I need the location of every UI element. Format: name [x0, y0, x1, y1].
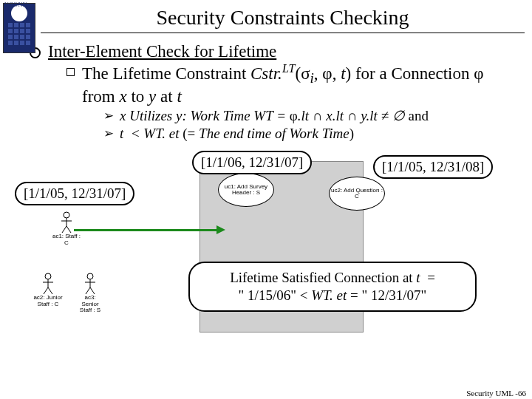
lifetime-pill-mid: [1/1/06, 12/31/07]: [192, 151, 312, 174]
svg-line-4: [66, 226, 71, 233]
slide-title: Security Constraints Checking: [41, 0, 525, 33]
sub-point-2a: x Utilizes y: Work Time WT = φ.lt ∩ x.lt…: [120, 107, 429, 125]
sub-point-1: The Lifetime Constraint Cstr.LT(σi, φ, t…: [82, 61, 510, 107]
lifetime-pill-right: [1/1/05, 12/31/08]: [373, 155, 493, 179]
actor-ac2: ac2: Junior Staff : C: [33, 273, 63, 307]
svg-line-13: [86, 287, 90, 294]
content-area: Inter-Element Check for Lifetime The Lif…: [0, 33, 532, 350]
diagram: [1/1/05, 12/31/07] [1/1/06, 12/31/07] [1…: [30, 151, 510, 350]
sub-point-2b: t < WT. et (= The end time of Work Time): [120, 125, 354, 143]
slide-footer: Security UML -66: [466, 389, 526, 398]
uconn-logo: [3, 3, 35, 53]
result-pill: Lifetime Satisfied Connection at t = " 1…: [188, 262, 477, 312]
logo-text: UCONN: [4, 1, 27, 8]
svg-line-3: [62, 226, 66, 233]
actor-ac3: ac3: Senior Staff : S: [75, 273, 105, 313]
connection-line: [74, 229, 218, 231]
svg-point-0: [64, 212, 69, 218]
svg-line-14: [90, 287, 95, 294]
bullet-square-icon: [66, 68, 75, 76]
svg-point-5: [45, 273, 51, 279]
svg-point-10: [87, 273, 93, 279]
connection-arrow-icon: [216, 225, 225, 234]
svg-line-8: [44, 287, 48, 294]
bullet-arrow-icon: ➢: [103, 126, 114, 141]
section-heading: Inter-Element Check for Lifetime: [48, 42, 276, 61]
usecase-uc2: uc2: Add Question : C: [329, 177, 385, 211]
bullet-arrow-icon: ➢: [103, 108, 114, 123]
svg-line-9: [48, 287, 52, 294]
lifetime-pill-left: [1/1/05, 12/31/07]: [15, 182, 134, 205]
